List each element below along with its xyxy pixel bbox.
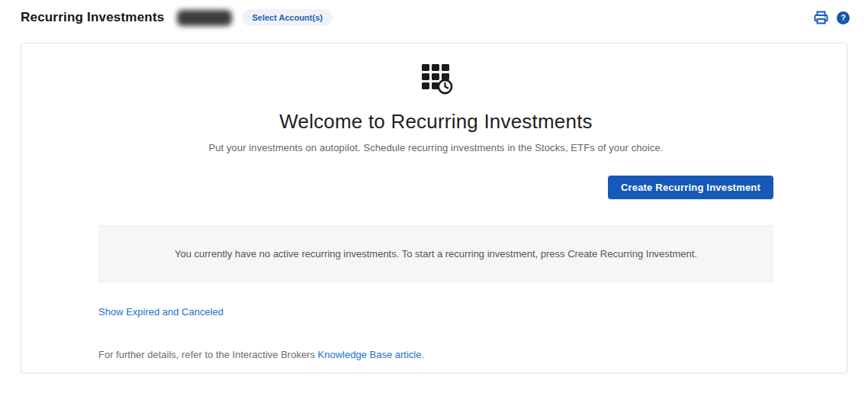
print-button[interactable] — [814, 11, 828, 24]
printer-icon — [814, 11, 828, 24]
further-details-note: For further details, refer to the Intera… — [98, 349, 773, 360]
recurring-schedule-grid-clock-icon — [420, 63, 453, 93]
top-header-bar: Recurring Investments Select Account(s) … — [0, 0, 868, 29]
further-details-text: For further details, refer to the Intera… — [98, 349, 318, 360]
hero-icon-container — [98, 63, 773, 93]
create-recurring-investment-button[interactable]: Create Recurring Investment — [608, 176, 773, 199]
no-active-investments-notice: You currently have no active recurring i… — [98, 225, 773, 282]
recurring-investments-card: Welcome to Recurring Investments Put you… — [21, 43, 847, 373]
redacted-account-badge — [177, 10, 232, 26]
knowledge-base-article-link[interactable]: Knowledge Base article. — [318, 349, 424, 360]
header-actions: ? — [814, 11, 850, 24]
welcome-subtitle: Put your investments on autopilot. Sched… — [98, 142, 773, 153]
welcome-heading: Welcome to Recurring Investments — [98, 110, 773, 134]
page-title: Recurring Investments — [21, 10, 164, 25]
question-mark-help-icon: ? — [837, 11, 850, 24]
create-button-row: Create Recurring Investment — [98, 176, 773, 199]
select-accounts-button[interactable]: Select Account(s) — [242, 9, 333, 26]
help-button[interactable]: ? — [837, 11, 850, 24]
notice-text: You currently have no active recurring i… — [175, 248, 697, 260]
show-expired-and-canceled-link[interactable]: Show Expired and Canceled — [98, 306, 223, 318]
